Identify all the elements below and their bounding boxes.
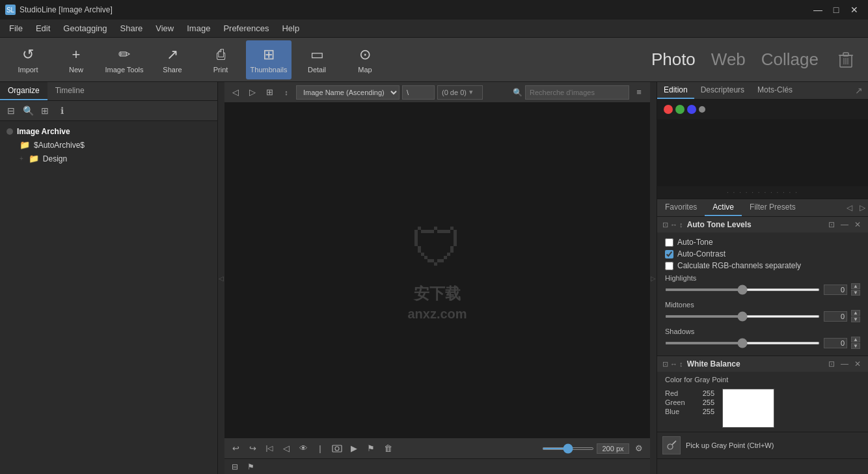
wb-minimize-button[interactable]: — <box>839 359 850 369</box>
minimize-button[interactable]: — <box>809 3 826 16</box>
sidebar-tool-minus[interactable]: ⊟ <box>4 104 18 118</box>
close-button[interactable]: ✕ <box>846 3 863 16</box>
tab-edition[interactable]: Edition <box>657 82 694 99</box>
wb-channels: Red 255 Green 255 Blue 255 <box>665 389 714 416</box>
search-options-button[interactable]: ≡ <box>632 85 646 100</box>
auto-contrast-checkbox[interactable] <box>665 250 673 258</box>
filter-tab-active[interactable]: Active <box>705 199 742 216</box>
color-dots-row <box>657 100 868 119</box>
first-button[interactable]: |◁ <box>262 441 277 456</box>
tab-descripteurs[interactable]: Descripteurs <box>694 82 751 99</box>
tree-root-image-archive[interactable]: Image Archive <box>4 125 213 138</box>
menu-view[interactable]: View <box>149 21 180 36</box>
shadows-up[interactable]: ▲ <box>851 337 860 342</box>
bottom-row2: ⊟ ⚑ <box>224 458 650 474</box>
wb-expand-button[interactable]: ⊡ <box>826 359 837 369</box>
undo-button[interactable]: ↩ <box>228 441 243 456</box>
midtones-slider[interactable] <box>665 315 820 318</box>
trash-button[interactable] <box>834 48 858 72</box>
highlights-label: Highlights <box>665 274 860 282</box>
auto-tone-close-button[interactable]: ✕ <box>852 219 863 230</box>
highlights-up[interactable]: ▲ <box>851 283 860 289</box>
filter-tab-presets[interactable]: Filter Presets <box>742 199 804 216</box>
color-dot-red[interactable] <box>664 105 673 114</box>
menu-share[interactable]: Share <box>114 21 150 36</box>
sidebar-tool-info[interactable]: ℹ <box>55 104 69 118</box>
menu-preferences[interactable]: Preferences <box>217 21 275 36</box>
highlights-value[interactable] <box>824 285 847 295</box>
zoom-slider[interactable] <box>542 447 594 450</box>
shadows-slider[interactable] <box>665 342 820 344</box>
collage-button[interactable]: Collage <box>756 47 824 72</box>
collapse-handle-right[interactable]: ▷ <box>650 82 657 474</box>
calc-rgb-checkbox[interactable] <box>665 262 673 270</box>
flag-button[interactable]: ⚑ <box>364 441 378 456</box>
midtones-value[interactable] <box>824 311 847 322</box>
highlights-slider[interactable] <box>665 288 820 291</box>
maximize-button[interactable]: □ <box>828 3 845 16</box>
share-button[interactable]: ↗ Share <box>150 40 195 79</box>
path-input[interactable] <box>402 85 435 100</box>
title-bar-left: SL StudioLine [Image Archive] <box>5 5 113 15</box>
menu-help[interactable]: Help <box>275 21 306 36</box>
highlights-down[interactable]: ▼ <box>851 290 860 296</box>
sort-arrow-button[interactable]: ↕ <box>279 85 293 100</box>
color-dot-green[interactable] <box>675 105 685 114</box>
sidebar-tool-grid[interactable]: ⊞ <box>38 104 52 118</box>
color-dot-blue[interactable] <box>687 105 696 114</box>
sidebar-tool-search[interactable]: 🔍 <box>21 104 35 118</box>
main-toolbar: ↺ Import + New ✏ Image Tools ↗ Share ⎙ P… <box>0 38 868 82</box>
tab-mots-cles[interactable]: Mots-Clés <box>751 82 799 99</box>
tab-organize[interactable]: Organize <box>0 82 47 100</box>
print-button[interactable]: ⎙ Print <box>198 40 243 79</box>
count-text: (0 de 0) <box>442 89 467 96</box>
auto-tone-checkbox[interactable] <box>665 238 673 247</box>
new-button[interactable]: + New <box>53 40 99 79</box>
midtones-up[interactable]: ▲ <box>851 310 860 316</box>
bottom-btn-grid[interactable]: ⊟ <box>228 460 241 473</box>
prev-button[interactable]: ◁ <box>279 441 293 456</box>
left-sidebar: Organize Timeline ⊟ 🔍 ⊞ ℹ Image Archive … <box>0 82 218 474</box>
photo-button[interactable]: Photo <box>646 47 701 72</box>
midtones-down[interactable]: ▼ <box>851 316 860 322</box>
delete-button[interactable]: 🗑 <box>381 441 395 456</box>
map-button[interactable]: ⊙ Map <box>342 40 388 79</box>
auto-tone-expand-button[interactable]: ⊡ <box>826 219 837 230</box>
search-input[interactable] <box>525 85 629 100</box>
zoom-settings-button[interactable]: ⚙ <box>632 441 646 456</box>
back-button[interactable]: ◁ <box>228 85 243 100</box>
collapse-handle-left[interactable]: ◁ <box>218 82 224 474</box>
web-button[interactable]: Web <box>706 47 751 72</box>
forward-button[interactable]: ▷ <box>245 85 260 100</box>
tree-item-design[interactable]: + 📁 Design <box>17 152 213 165</box>
color-dot-gray[interactable] <box>699 106 705 113</box>
import-button[interactable]: ↺ Import <box>5 40 51 79</box>
right-tab-close-button[interactable]: ↗ <box>850 82 868 99</box>
auto-tone-minimize-button[interactable]: — <box>839 219 850 230</box>
wb-close-button[interactable]: ✕ <box>852 359 863 369</box>
menu-edit[interactable]: Edit <box>29 21 57 36</box>
thumbnails-button[interactable]: ⊞ Thumbnails <box>246 40 292 79</box>
count-dropdown-icon[interactable]: ▾ <box>469 88 473 96</box>
filter-nav-prev[interactable]: ◁ <box>843 201 855 215</box>
view-mode-button[interactable]: ⊞ <box>262 85 277 100</box>
eye-button[interactable]: 👁 <box>296 441 310 456</box>
detail-button[interactable]: ▭ Detail <box>294 40 340 79</box>
menu-geotagging[interactable]: Geotagging <box>57 21 113 36</box>
filter-tab-favorites[interactable]: Favorites <box>657 199 705 216</box>
play-button[interactable]: ▶ <box>347 441 361 456</box>
redo-button[interactable]: ↪ <box>245 441 260 456</box>
menu-file[interactable]: File <box>3 21 29 36</box>
sort-dropdown[interactable]: Image Name (Ascending) <box>296 85 400 100</box>
bottom-btn-filter[interactable]: ⚑ <box>244 460 257 473</box>
capture-button[interactable] <box>330 441 344 456</box>
tree-item-autoarchive[interactable]: 📁 $AutoArchive$ <box>17 138 213 152</box>
imagetools-button[interactable]: ✏ Image Tools <box>102 40 147 79</box>
wb-pickup-button[interactable] <box>662 436 681 454</box>
tab-timeline[interactable]: Timeline <box>47 82 92 100</box>
pipe-button[interactable]: | <box>313 441 327 456</box>
menu-image[interactable]: Image <box>180 21 217 36</box>
filter-nav-next[interactable]: ▷ <box>856 201 868 215</box>
shadows-value[interactable] <box>824 338 847 348</box>
shadows-down[interactable]: ▼ <box>851 343 860 349</box>
